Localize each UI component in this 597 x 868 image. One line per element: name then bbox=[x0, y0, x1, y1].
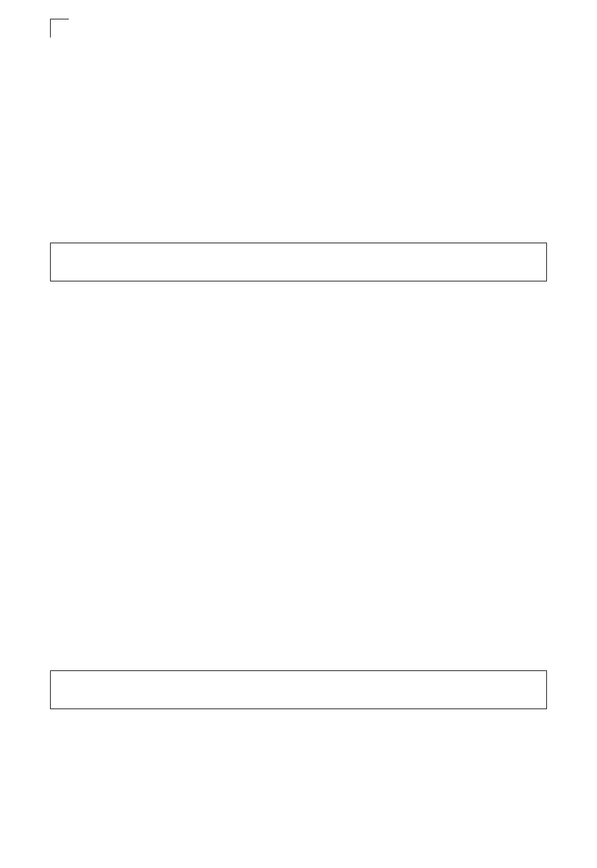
empty-box-1 bbox=[50, 243, 547, 281]
corner-mark-icon bbox=[50, 19, 69, 38]
empty-box-2 bbox=[50, 670, 547, 709]
